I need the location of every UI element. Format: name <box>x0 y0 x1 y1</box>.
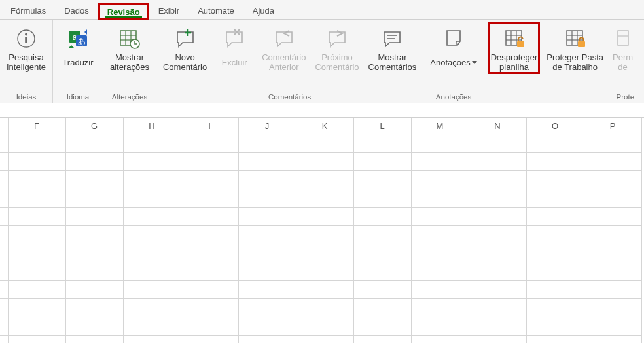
cell[interactable] <box>8 317 65 336</box>
cell[interactable] <box>181 281 238 299</box>
cell[interactable] <box>584 336 641 344</box>
cell[interactable] <box>123 189 181 208</box>
cell[interactable] <box>469 244 526 262</box>
cell[interactable] <box>296 226 353 244</box>
cell[interactable] <box>65 299 123 317</box>
cell[interactable] <box>353 262 411 281</box>
tab-exibir[interactable]: Exibir <box>149 2 189 19</box>
smart-lookup-button[interactable]: Pesquisa Inteligente <box>4 22 48 72</box>
cell[interactable] <box>469 281 526 299</box>
cell[interactable] <box>411 244 469 262</box>
cell[interactable] <box>584 171 641 189</box>
cell[interactable] <box>65 208 123 226</box>
cell[interactable] <box>123 171 181 189</box>
show-comments-button[interactable]: Mostrar Comentários <box>366 22 420 72</box>
cell[interactable] <box>181 244 238 262</box>
cell[interactable] <box>8 208 65 226</box>
cell[interactable] <box>296 189 353 208</box>
cell[interactable] <box>526 134 584 153</box>
cell[interactable] <box>296 153 353 171</box>
cell[interactable] <box>526 226 584 244</box>
cell[interactable] <box>526 189 584 208</box>
cell[interactable] <box>469 208 526 226</box>
cell[interactable] <box>469 134 526 153</box>
tab-formulas[interactable]: Fórmulas <box>1 2 55 19</box>
cell[interactable] <box>181 189 238 208</box>
translate-button[interactable]: a あ Traduzir <box>57 22 99 72</box>
cell[interactable] <box>181 208 238 226</box>
cell[interactable] <box>584 189 641 208</box>
cell[interactable] <box>296 208 353 226</box>
col-header[interactable]: J <box>238 118 296 134</box>
cell[interactable] <box>65 153 123 171</box>
cell[interactable] <box>65 171 123 189</box>
cell[interactable] <box>411 171 469 189</box>
cell[interactable] <box>469 262 526 281</box>
cell[interactable] <box>526 281 584 299</box>
cell[interactable] <box>238 208 296 226</box>
cell[interactable] <box>353 153 411 171</box>
cell[interactable] <box>296 281 353 299</box>
cell[interactable] <box>181 317 238 336</box>
tab-automate[interactable]: Automate <box>188 2 243 19</box>
cell[interactable] <box>181 299 238 317</box>
cell[interactable] <box>65 281 123 299</box>
cell[interactable] <box>65 317 123 336</box>
cell[interactable] <box>238 299 296 317</box>
cell[interactable] <box>469 153 526 171</box>
cell[interactable] <box>469 299 526 317</box>
cell[interactable] <box>8 134 65 153</box>
cell[interactable] <box>181 226 238 244</box>
cell[interactable] <box>8 281 65 299</box>
cell[interactable] <box>411 189 469 208</box>
cell[interactable] <box>238 189 296 208</box>
cell[interactable] <box>584 299 641 317</box>
cell[interactable] <box>411 281 469 299</box>
cell[interactable] <box>123 317 181 336</box>
cell[interactable] <box>526 336 584 344</box>
new-comment-button[interactable]: Novo Comentário <box>160 22 209 72</box>
cell[interactable] <box>8 153 65 171</box>
cell[interactable] <box>584 226 641 244</box>
cell[interactable] <box>8 262 65 281</box>
cell[interactable] <box>123 262 181 281</box>
cell[interactable] <box>353 281 411 299</box>
cell[interactable] <box>353 299 411 317</box>
cell[interactable] <box>411 153 469 171</box>
cell[interactable] <box>526 208 584 226</box>
cell[interactable] <box>65 336 123 344</box>
cell[interactable] <box>469 171 526 189</box>
cell[interactable] <box>411 262 469 281</box>
cell[interactable] <box>353 134 411 153</box>
cell[interactable] <box>8 171 65 189</box>
col-header[interactable]: H <box>123 118 181 134</box>
cell[interactable] <box>584 262 641 281</box>
cell[interactable] <box>411 317 469 336</box>
cell[interactable] <box>469 189 526 208</box>
col-header[interactable]: M <box>411 118 469 134</box>
cell[interactable] <box>353 189 411 208</box>
cell[interactable] <box>123 281 181 299</box>
cell[interactable] <box>8 189 65 208</box>
spreadsheet-grid[interactable]: F G H I J K L M N O P <box>0 118 642 343</box>
cell[interactable] <box>238 317 296 336</box>
cell[interactable] <box>123 299 181 317</box>
cell[interactable] <box>238 153 296 171</box>
cell[interactable] <box>181 262 238 281</box>
cell[interactable] <box>65 226 123 244</box>
notes-button[interactable]: Anotações <box>427 22 479 72</box>
cell[interactable] <box>411 299 469 317</box>
cell[interactable] <box>584 134 641 153</box>
cell[interactable] <box>238 336 296 344</box>
unprotect-sheet-button[interactable]: Desproteger planilha <box>488 22 541 74</box>
col-header[interactable]: F <box>8 118 65 134</box>
cell[interactable] <box>469 336 526 344</box>
cell[interactable] <box>353 317 411 336</box>
tab-revisao[interactable]: Revisão <box>98 3 149 20</box>
cell[interactable] <box>238 134 296 153</box>
cell[interactable] <box>8 299 65 317</box>
formula-bar[interactable] <box>0 103 644 118</box>
cell[interactable] <box>238 244 296 262</box>
cell[interactable] <box>584 317 641 336</box>
cell[interactable] <box>296 317 353 336</box>
